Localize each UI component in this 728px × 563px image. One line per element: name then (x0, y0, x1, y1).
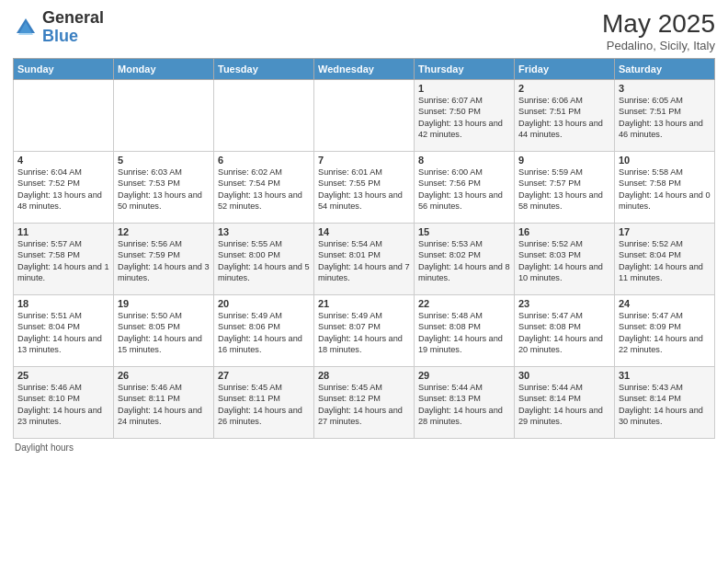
table-row: 5Sunrise: 6:03 AM Sunset: 7:53 PM Daylig… (114, 152, 214, 224)
day-number: 3 (619, 83, 711, 94)
table-row: 10Sunrise: 5:58 AM Sunset: 7:58 PM Dayli… (615, 152, 715, 224)
day-number: 13 (218, 226, 310, 237)
day-number: 31 (619, 370, 711, 381)
table-row (114, 80, 214, 152)
day-info: Sunrise: 6:00 AM Sunset: 7:56 PM Dayligh… (418, 167, 510, 213)
table-row: 8Sunrise: 6:00 AM Sunset: 7:56 PM Daylig… (415, 152, 515, 224)
table-row: 11Sunrise: 5:57 AM Sunset: 7:58 PM Dayli… (14, 224, 114, 295)
day-info: Sunrise: 5:57 AM Sunset: 7:58 PM Dayligh… (17, 238, 109, 284)
table-row (314, 80, 415, 152)
day-number: 2 (518, 83, 610, 94)
table-row: 17Sunrise: 5:52 AM Sunset: 8:04 PM Dayli… (615, 224, 715, 295)
table-row: 27Sunrise: 5:45 AM Sunset: 8:11 PM Dayli… (214, 367, 314, 439)
day-number: 21 (318, 298, 410, 309)
table-row: 13Sunrise: 5:55 AM Sunset: 8:00 PM Dayli… (214, 224, 314, 295)
day-info: Sunrise: 5:46 AM Sunset: 8:11 PM Dayligh… (118, 382, 210, 428)
day-info: Sunrise: 6:01 AM Sunset: 7:55 PM Dayligh… (318, 167, 410, 213)
day-number: 22 (418, 298, 510, 309)
day-number: 1 (418, 83, 510, 94)
day-info: Sunrise: 5:52 AM Sunset: 8:04 PM Dayligh… (619, 238, 711, 284)
table-row: 26Sunrise: 5:46 AM Sunset: 8:11 PM Dayli… (114, 367, 214, 439)
day-info: Sunrise: 6:07 AM Sunset: 7:50 PM Dayligh… (418, 95, 510, 141)
col-tuesday: Tuesday (214, 59, 314, 80)
table-row: 15Sunrise: 5:53 AM Sunset: 8:02 PM Dayli… (415, 224, 515, 295)
day-info: Sunrise: 5:49 AM Sunset: 8:06 PM Dayligh… (218, 310, 310, 356)
day-number: 14 (318, 226, 410, 237)
day-info: Sunrise: 5:59 AM Sunset: 7:57 PM Dayligh… (518, 167, 610, 213)
day-number: 16 (518, 226, 610, 237)
day-info: Sunrise: 5:52 AM Sunset: 8:03 PM Dayligh… (518, 238, 610, 284)
table-row: 2Sunrise: 6:06 AM Sunset: 7:51 PM Daylig… (515, 80, 615, 152)
day-info: Sunrise: 5:47 AM Sunset: 8:08 PM Dayligh… (518, 310, 610, 356)
day-number: 27 (218, 370, 310, 381)
table-row: 1Sunrise: 6:07 AM Sunset: 7:50 PM Daylig… (415, 80, 515, 152)
day-info: Sunrise: 6:02 AM Sunset: 7:54 PM Dayligh… (218, 167, 310, 213)
calendar-week-row: 11Sunrise: 5:57 AM Sunset: 7:58 PM Dayli… (14, 224, 715, 295)
day-number: 9 (518, 155, 610, 166)
table-row (14, 80, 114, 152)
page-header: General Blue May 2025 Pedalino, Sicily, … (13, 9, 715, 52)
table-row: 25Sunrise: 5:46 AM Sunset: 8:10 PM Dayli… (14, 367, 114, 439)
day-info: Sunrise: 5:49 AM Sunset: 8:07 PM Dayligh… (318, 310, 410, 356)
day-info: Sunrise: 5:54 AM Sunset: 8:01 PM Dayligh… (318, 238, 410, 284)
location: Pedalino, Sicily, Italy (602, 39, 715, 52)
logo-general: General (42, 8, 104, 27)
title-block: May 2025 Pedalino, Sicily, Italy (602, 9, 715, 52)
day-info: Sunrise: 5:56 AM Sunset: 7:59 PM Dayligh… (118, 238, 210, 284)
day-info: Sunrise: 5:47 AM Sunset: 8:09 PM Dayligh… (619, 310, 711, 356)
calendar-table: Sunday Monday Tuesday Wednesday Thursday… (13, 58, 715, 439)
table-row: 20Sunrise: 5:49 AM Sunset: 8:06 PM Dayli… (214, 295, 314, 367)
day-info: Sunrise: 5:45 AM Sunset: 8:12 PM Dayligh… (318, 382, 410, 428)
day-number: 29 (418, 370, 510, 381)
table-row: 21Sunrise: 5:49 AM Sunset: 8:07 PM Dayli… (314, 295, 415, 367)
day-info: Sunrise: 5:46 AM Sunset: 8:10 PM Dayligh… (17, 382, 109, 428)
day-number: 10 (619, 155, 711, 166)
day-number: 11 (17, 226, 109, 237)
logo: General Blue (13, 9, 104, 46)
day-number: 23 (518, 298, 610, 309)
day-info: Sunrise: 5:58 AM Sunset: 7:58 PM Dayligh… (619, 167, 711, 213)
logo-blue: Blue (42, 27, 78, 45)
calendar-week-row: 4Sunrise: 6:04 AM Sunset: 7:52 PM Daylig… (14, 152, 715, 224)
table-row: 12Sunrise: 5:56 AM Sunset: 7:59 PM Dayli… (114, 224, 214, 295)
table-row: 14Sunrise: 5:54 AM Sunset: 8:01 PM Dayli… (314, 224, 415, 295)
col-monday: Monday (114, 59, 214, 80)
table-row: 24Sunrise: 5:47 AM Sunset: 8:09 PM Dayli… (615, 295, 715, 367)
calendar-week-row: 25Sunrise: 5:46 AM Sunset: 8:10 PM Dayli… (14, 367, 715, 439)
table-row: 23Sunrise: 5:47 AM Sunset: 8:08 PM Dayli… (515, 295, 615, 367)
day-number: 30 (518, 370, 610, 381)
col-sunday: Sunday (14, 59, 114, 80)
col-friday: Friday (515, 59, 615, 80)
month-title: May 2025 (602, 9, 715, 39)
day-info: Sunrise: 5:44 AM Sunset: 8:14 PM Dayligh… (518, 382, 610, 428)
table-row: 16Sunrise: 5:52 AM Sunset: 8:03 PM Dayli… (515, 224, 615, 295)
day-number: 20 (218, 298, 310, 309)
day-number: 26 (118, 370, 210, 381)
day-number: 12 (118, 226, 210, 237)
day-info: Sunrise: 6:05 AM Sunset: 7:51 PM Dayligh… (619, 95, 711, 141)
day-info: Sunrise: 5:51 AM Sunset: 8:04 PM Dayligh… (17, 310, 109, 356)
table-row: 6Sunrise: 6:02 AM Sunset: 7:54 PM Daylig… (214, 152, 314, 224)
table-row: 9Sunrise: 5:59 AM Sunset: 7:57 PM Daylig… (515, 152, 615, 224)
table-row: 29Sunrise: 5:44 AM Sunset: 8:13 PM Dayli… (415, 367, 515, 439)
col-thursday: Thursday (415, 59, 515, 80)
day-number: 17 (619, 226, 711, 237)
day-number: 19 (118, 298, 210, 309)
day-number: 6 (218, 155, 310, 166)
day-info: Sunrise: 5:44 AM Sunset: 8:13 PM Dayligh… (418, 382, 510, 428)
table-row: 28Sunrise: 5:45 AM Sunset: 8:12 PM Dayli… (314, 367, 415, 439)
table-row: 30Sunrise: 5:44 AM Sunset: 8:14 PM Dayli… (515, 367, 615, 439)
day-info: Sunrise: 6:03 AM Sunset: 7:53 PM Dayligh… (118, 167, 210, 213)
day-info: Sunrise: 5:53 AM Sunset: 8:02 PM Dayligh… (418, 238, 510, 284)
table-row: 4Sunrise: 6:04 AM Sunset: 7:52 PM Daylig… (14, 152, 114, 224)
table-row: 31Sunrise: 5:43 AM Sunset: 8:14 PM Dayli… (615, 367, 715, 439)
day-number: 8 (418, 155, 510, 166)
day-info: Sunrise: 5:55 AM Sunset: 8:00 PM Dayligh… (218, 238, 310, 284)
day-number: 4 (17, 155, 109, 166)
day-number: 24 (619, 298, 711, 309)
table-row: 22Sunrise: 5:48 AM Sunset: 8:08 PM Dayli… (415, 295, 515, 367)
day-number: 18 (17, 298, 109, 309)
logo-icon (13, 15, 39, 40)
day-number: 15 (418, 226, 510, 237)
day-info: Sunrise: 5:48 AM Sunset: 8:08 PM Dayligh… (418, 310, 510, 356)
